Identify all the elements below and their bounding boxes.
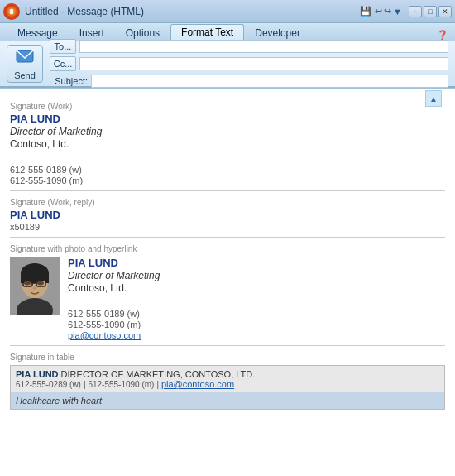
sig-table-top: PIA LUND DIRECTOR OF MARKETING, CONTOSO,… [11, 366, 444, 392]
svg-point-16 [37, 281, 44, 286]
maximize-button[interactable]: □ [424, 6, 437, 17]
sig-table-tagline: Healthcare with heart [11, 392, 444, 409]
collapse-icon[interactable]: ▲ [425, 90, 442, 107]
sig-table-phone2: 612-555-1090 (m) [88, 380, 154, 389]
sig-photo-company: Contoso, Ltd. [68, 282, 160, 294]
sig-photo-email[interactable]: pia@contoso.com [68, 330, 160, 340]
sig-photo-content: PIA LUND Director of Marketing Contoso, … [10, 257, 445, 340]
to-input[interactable] [79, 40, 448, 53]
subject-input[interactable] [91, 75, 448, 88]
undo-qat-icon[interactable]: ↩ [375, 6, 382, 17]
sig-reply-extra: x50189 [10, 222, 445, 232]
sig-photo-image [10, 257, 60, 315]
sig-table-name: PIA LUND [16, 369, 59, 379]
svg-rect-2 [10, 9, 13, 14]
main-body: ▲ Signature (Work) PIA LUND Director of … [0, 88, 455, 476]
redo-qat-icon[interactable]: ↪ [384, 6, 391, 17]
to-button[interactable]: To... [50, 39, 76, 54]
sig-photo-name: PIA LUND [68, 257, 160, 269]
sig-work-title: Director of Marketing [10, 126, 445, 137]
sig-work-block: Signature (Work) PIA LUND Director of Ma… [10, 102, 445, 185]
tab-developer[interactable]: Developer [244, 24, 311, 41]
sig-table-phone: 612-555-0289 (w) [16, 380, 81, 389]
send-button[interactable]: Send [7, 45, 43, 83]
svg-point-17 [33, 287, 36, 290]
tab-message[interactable]: Message [7, 24, 69, 41]
sig-reply-name: PIA LUND [10, 209, 445, 221]
sig-photo-title: Director of Marketing [68, 270, 160, 281]
title-bar: Untitled - Message (HTML) 💾 ↩ ↪ ▼ − □ ✕ [0, 0, 455, 23]
app-icon [3, 3, 20, 20]
subject-label: Subject: [50, 76, 88, 86]
cc-row: Cc... [50, 56, 448, 71]
send-label: Send [14, 70, 36, 80]
sig-table-jobtitle-text: DIRECTOR OF MARKETING, CONTOSO, LTD. [61, 369, 256, 379]
sig-photo-label: Signature with photo and hyperlink [10, 244, 445, 253]
sig-photo-phone2: 612-555-1090 (m) [68, 320, 160, 329]
sig-work-phone2: 612-555-1090 (m) [10, 175, 445, 185]
sig-photo-phone1: 612-555-0189 (w) [68, 309, 160, 319]
tab-insert[interactable]: Insert [69, 24, 115, 41]
svg-point-15 [24, 281, 31, 286]
sig-table-label: Signature in table [10, 353, 445, 362]
subject-row: Subject: [50, 74, 448, 89]
sig-reply-block: Signature (Work, reply) PIA LUND x50189 [10, 198, 445, 232]
sig-reply-label: Signature (Work, reply) [10, 198, 445, 207]
sig-work-company: Contoso, Ltd. [10, 138, 445, 150]
sig-photo-text: PIA LUND Director of Marketing Contoso, … [68, 257, 160, 340]
sig-photo-block: Signature with photo and hyperlink [10, 244, 445, 340]
sig-work-label: Signature (Work) [10, 102, 445, 111]
sig-work-name: PIA LUND [10, 113, 445, 125]
cc-button[interactable]: Cc... [50, 56, 76, 71]
recipients-area: To... Cc... Subject: [50, 39, 448, 89]
to-row: To... [50, 39, 448, 54]
send-icon [15, 48, 35, 69]
ribbon-content: Send To... Cc... Subject: [0, 41, 455, 88]
sig-work-phone1: 612-555-0189 (w) [10, 165, 445, 175]
window-controls: − □ ✕ [409, 6, 452, 17]
tab-options[interactable]: Options [115, 24, 170, 41]
sig-table-email[interactable]: pia@contoso.com [161, 379, 234, 389]
message-body[interactable]: Signature (Work) PIA LUND Director of Ma… [0, 89, 455, 476]
save-qat-icon[interactable]: 💾 [360, 6, 371, 17]
close-button[interactable]: ✕ [438, 6, 452, 17]
sig-table-block: Signature in table PIA LUND DIRECTOR OF … [10, 353, 445, 410]
window-title: Untitled - Message (HTML) [25, 6, 360, 17]
qat-dropdown-icon[interactable]: ▼ [393, 7, 402, 17]
photo-placeholder [10, 257, 60, 315]
tab-format-text[interactable]: Format Text [170, 24, 244, 41]
cc-input[interactable] [79, 57, 448, 70]
minimize-button[interactable]: − [409, 6, 422, 17]
sig-table-wrapper: PIA LUND DIRECTOR OF MARKETING, CONTOSO,… [10, 365, 445, 410]
